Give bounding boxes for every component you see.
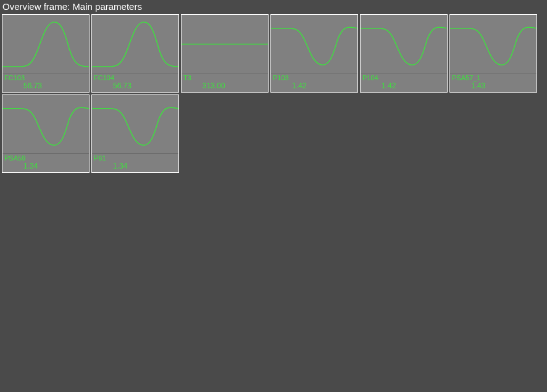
- parameter-name: T3: [183, 74, 267, 81]
- parameter-tile[interactable]: FC104 56.73: [91, 14, 179, 93]
- parameter-name: FC103: [4, 74, 88, 81]
- tile-footer: T3 313.00: [182, 73, 268, 92]
- tile-footer: FC103 56.73: [2, 73, 89, 92]
- trend-chart: [361, 15, 447, 73]
- parameter-value: 313.00: [183, 81, 267, 90]
- parameter-value: 56.73: [4, 81, 88, 90]
- tile-footer: P104 1.42: [361, 73, 447, 92]
- parameter-value: 1.34: [93, 162, 177, 170]
- parameter-value: 1.42: [362, 81, 446, 90]
- tile-footer: P103 1.42: [271, 73, 357, 92]
- parameter-name: FC104: [93, 74, 177, 81]
- parameter-tile[interactable]: T3 313.00: [181, 14, 269, 93]
- parameter-name: P61: [93, 154, 177, 162]
- tile-grid: FC103 56.73 FC104 56.73 T3 313.00 P103 1…: [0, 12, 547, 175]
- trend-chart: [450, 15, 537, 73]
- parameter-tile[interactable]: FC103 56.73: [2, 14, 90, 93]
- parameter-value: 1.43: [451, 81, 535, 90]
- parameter-tile[interactable]: P61 1.34: [91, 94, 179, 173]
- parameter-value: 1.42: [272, 81, 356, 90]
- parameter-tile[interactable]: PSA57_1 1.43: [449, 14, 537, 93]
- trend-chart: [2, 95, 89, 154]
- trend-chart: [2, 15, 89, 73]
- trend-chart: [182, 15, 268, 73]
- parameter-value: 56.73: [93, 81, 177, 90]
- trend-chart: [271, 15, 357, 73]
- parameter-name: P104: [362, 74, 446, 81]
- trend-chart: [92, 15, 178, 73]
- tile-footer: PSA57_1 1.43: [450, 73, 537, 92]
- parameter-name: P103: [272, 74, 356, 81]
- page-title: Overview frame: Main parameters: [0, 0, 547, 12]
- parameter-tile[interactable]: PSA59 1.34: [2, 94, 90, 173]
- tile-footer: P61 1.34: [92, 154, 178, 172]
- trend-chart: [92, 95, 178, 154]
- tile-footer: FC104 56.73: [92, 73, 178, 92]
- parameter-tile[interactable]: P103 1.42: [270, 14, 358, 93]
- parameter-tile[interactable]: P104 1.42: [360, 14, 448, 93]
- parameter-name: PSA59: [4, 154, 88, 162]
- parameter-value: 1.34: [4, 162, 88, 170]
- parameter-name: PSA57_1: [451, 74, 535, 81]
- tile-footer: PSA59 1.34: [2, 154, 89, 172]
